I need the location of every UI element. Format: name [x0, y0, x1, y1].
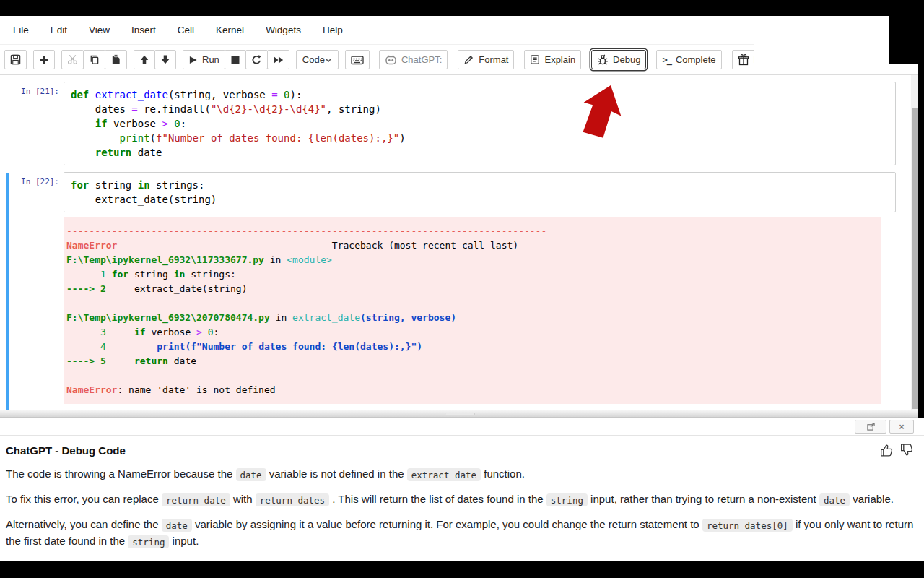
code-line: F:\Temp\ipykernel_6932\2070780474.py in … — [66, 311, 876, 325]
debug-bug-icon — [597, 54, 609, 66]
code-line — [66, 368, 876, 383]
menu-view[interactable]: View — [89, 25, 110, 35]
restart-icon — [251, 54, 262, 65]
chatgpt-label: ChatGPT: — [401, 54, 442, 65]
menu-widgets[interactable]: Widgets — [266, 25, 301, 35]
inline-code-chip: string — [546, 493, 588, 506]
paste-button[interactable] — [105, 50, 127, 69]
notebook-header: File Edit View Insert Cell Kernel Widget… — [0, 16, 754, 75]
fast-forward-icon — [273, 55, 284, 65]
external-link-icon — [867, 423, 875, 431]
toolbar: Run Code — [0, 45, 754, 74]
debug-button[interactable]: Debug — [591, 50, 646, 69]
plus-icon — [39, 55, 49, 65]
restart-kernel-button[interactable] — [245, 50, 268, 69]
panel-title: ChatGPT - Debug Code — [6, 444, 126, 457]
save-button[interactable] — [4, 50, 27, 69]
code-line: for string in strings: — [71, 178, 889, 192]
code-line — [66, 296, 876, 311]
code-line: ----> 2 extract_date(string) — [66, 282, 876, 296]
play-icon — [188, 55, 198, 65]
popout-button[interactable] — [855, 420, 886, 434]
resize-grip[interactable] — [445, 413, 475, 415]
cell-22-error-output: ----------------------------------------… — [64, 217, 881, 404]
move-cell-down-button[interactable] — [154, 50, 176, 69]
run-button[interactable]: Run — [183, 50, 225, 69]
menu-edit[interactable]: Edit — [51, 25, 67, 35]
paste-icon — [110, 54, 121, 65]
add-cell-button[interactable] — [33, 50, 55, 69]
thumbs-down-icon[interactable] — [900, 444, 914, 457]
code-line: if verbose > 0: — [71, 116, 889, 131]
complete-prompt-icon: >_ — [662, 55, 671, 65]
code-line: return date — [71, 145, 889, 160]
restart-run-all-button[interactable] — [267, 50, 289, 69]
run-label: Run — [202, 54, 219, 65]
cell-22-prompt: In [22]: — [0, 172, 64, 212]
cell-type-dropdown[interactable]: Code — [296, 50, 339, 69]
code-line: NameError Traceback (most recent call la… — [66, 238, 876, 253]
chatgpt-toolbar-group: ChatGPT: Format Explain Debug >_ Complet… — [379, 50, 754, 69]
notebook-scrollbar — [911, 75, 918, 418]
chatgpt-panel-header: × — [0, 418, 924, 436]
menu-help[interactable]: Help — [323, 25, 343, 35]
letterbox-top — [0, 0, 924, 16]
arrow-up-icon — [139, 54, 149, 65]
code-line: ----------------------------------------… — [66, 224, 876, 238]
panel-resize-handle[interactable] — [0, 410, 918, 418]
chatgpt-robot-icon — [385, 54, 397, 65]
menu-insert[interactable]: Insert — [131, 25, 156, 35]
code-line: ----> 5 return date — [66, 354, 876, 368]
interrupt-kernel-button[interactable] — [225, 50, 246, 69]
explain-button[interactable]: Explain — [524, 50, 581, 69]
feedback-buttons — [880, 444, 914, 457]
letterbox-bottom — [0, 561, 924, 578]
annotation-arrow — [576, 79, 663, 155]
code-line: F:\Temp\ipykernel_6932\117333677.py in <… — [66, 253, 876, 267]
copy-button[interactable] — [83, 50, 105, 69]
code-line: def extract_date(string, verbose = 0): — [71, 87, 889, 102]
arrow-down-icon — [160, 54, 170, 65]
code-cell-22: In [22]: for string in strings: extract_… — [0, 172, 911, 413]
format-button[interactable]: Format — [458, 50, 514, 69]
cut-button[interactable] — [61, 50, 84, 69]
cell-22-input[interactable]: for string in strings: extract_date(stri… — [64, 172, 896, 212]
thumbs-up-icon[interactable] — [880, 444, 894, 457]
code-line: print(f"Number of dates found: {len(date… — [71, 131, 889, 145]
inline-code-chip: return dates — [256, 493, 329, 506]
menu-kernel[interactable]: Kernel — [216, 25, 244, 35]
chatgpt-button[interactable]: ChatGPT: — [379, 50, 448, 69]
explain-label: Explain — [544, 54, 575, 65]
fun-gift-icon — [738, 54, 749, 66]
scrollbar-thumb[interactable] — [912, 108, 918, 409]
cell-21-prompt: In [21]: — [0, 82, 64, 165]
inline-code-chip: date — [819, 493, 850, 506]
cell-21-input[interactable]: def extract_date(string, verbose = 0): d… — [64, 82, 896, 165]
code-line: dates = re.findall("\d{2}-\d{2}-\d{4}", … — [71, 102, 889, 116]
cut-icon — [67, 54, 78, 65]
code-line: extract_date(string) — [71, 192, 889, 207]
code-line: NameError: name 'date' is not defined — [66, 383, 876, 397]
format-pen-icon — [463, 54, 474, 65]
keyboard-icon — [351, 55, 364, 65]
menu-cell[interactable]: Cell — [178, 25, 194, 35]
chevron-down-icon — [325, 58, 332, 62]
panel-paragraph-1: The code is throwing a NameError because… — [6, 465, 914, 482]
inline-code-chip: return date — [162, 493, 230, 506]
complete-button[interactable]: >_ Complete — [656, 50, 721, 69]
notebook-area: In [21]: def extract_date(string, verbos… — [0, 75, 911, 410]
format-label: Format — [479, 54, 508, 65]
inline-code-chip: return dates[0] — [702, 519, 793, 532]
complete-label: Complete — [676, 54, 716, 65]
close-panel-button[interactable]: × — [889, 420, 914, 434]
code-line: 3 if verbose > 0: — [66, 325, 876, 340]
menu-file[interactable]: File — [13, 25, 29, 35]
chatgpt-panel: ChatGPT - Debug Code The code is throwin… — [0, 436, 924, 561]
fun-button[interactable]: Fun — [732, 50, 754, 69]
command-palette-button[interactable] — [345, 50, 370, 69]
cell-22-output-prompt — [0, 217, 64, 404]
debug-label: Debug — [613, 54, 640, 65]
code-line: 1 for string in strings: — [66, 267, 876, 282]
letterbox-corner — [889, 0, 924, 64]
move-cell-up-button[interactable] — [134, 50, 155, 69]
